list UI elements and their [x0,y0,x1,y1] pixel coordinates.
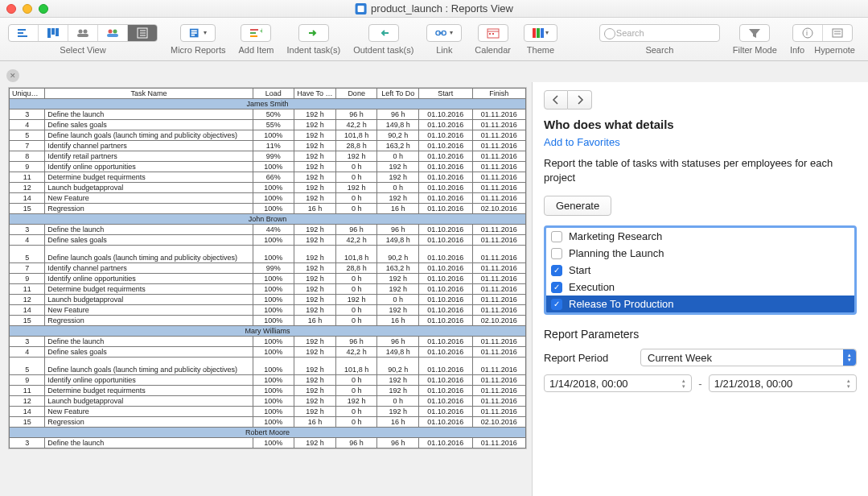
hypernote-button[interactable] [823,25,852,41]
category-item[interactable]: Start [546,262,854,279]
table-row[interactable]: 12Launch budgetapproval100%192 h192 h0 h… [10,396,526,407]
col-start[interactable]: Start [419,89,472,99]
search-label: Search [645,45,673,55]
outdent-label: Outdent task(s) [353,45,413,55]
group-header[interactable]: Robert Moore [10,428,526,438]
table-row[interactable]: 9Identify online opportunities100%192 h0… [10,274,526,284]
date-to-input[interactable]: 1/21/2018, 00:00 ▴▾ [709,374,857,392]
filter-mode-button[interactable] [739,24,770,42]
col-finish[interactable]: Finish [472,89,526,99]
table-row[interactable]: 14New Feature100%192 h0 h192 h01.10.2016… [10,305,526,316]
group-header[interactable]: James Smith [10,99,526,110]
table-row[interactable]: 7Identify channel partners11%192 h28,8 h… [10,141,526,151]
table-row[interactable]: 8Identify retail partners99%192 h192 h0 … [10,151,526,162]
nav-prev-button[interactable] [544,90,568,110]
micro-reports-label: Micro Reports [171,45,225,55]
category-list: Marketing ResearchPlanning the LaunchSta… [544,225,857,315]
checkbox[interactable] [551,299,562,310]
group-header[interactable]: John Brown [10,214,526,225]
indent-label: Indent task(s) [287,45,341,55]
col-uid[interactable]: Unique ID [10,89,45,99]
table-row[interactable]: 11Determine budget requirments100%192 h0… [10,284,526,295]
svg-rect-8 [77,34,88,37]
table-row[interactable]: 5Define launch goals (launch timing and … [10,246,526,263]
view-board-button[interactable] [39,25,68,41]
table-row[interactable]: 5Define launch goals (launch timing and … [10,130,526,141]
maximize-window-button[interactable] [39,4,48,14]
minimize-window-button[interactable] [23,4,32,14]
close-hint-button[interactable] [6,69,19,82]
select-view-segmented[interactable] [8,24,158,42]
table-row[interactable]: 12Launch budgetapproval100%192 h192 h0 h… [10,295,526,305]
view-gantt-button[interactable] [9,25,39,41]
category-item[interactable]: Execution [546,279,854,296]
col-done[interactable]: Done [335,89,377,99]
table-row[interactable]: 11Determine budget requirments100%192 h0… [10,386,526,396]
date-range-dash: - [698,378,701,390]
category-item[interactable]: Marketing Research [546,228,854,245]
date-from-input[interactable]: 1/14/2018, 00:00 ▴▾ [544,374,692,392]
calendar-button[interactable] [478,24,508,42]
col-have[interactable]: Have To Do [294,89,336,99]
table-row[interactable]: 4Define sales goals100%192 h42,2 h149,8 … [10,347,526,358]
category-label: Execution [569,281,615,293]
table-row[interactable]: 14New Feature100%192 h0 h192 h01.10.2016… [10,407,526,417]
info-button[interactable]: i [793,25,823,41]
generate-button[interactable]: Generate [544,196,611,216]
view-team-button[interactable] [68,25,98,41]
add-item-button[interactable]: + [241,24,271,42]
col-name[interactable]: Task Name [45,89,253,99]
report-pane: Unique ID Task Name Load Have To Do Done… [0,82,532,496]
category-item[interactable]: Planning the Launch [546,245,854,262]
indent-button[interactable] [298,24,329,42]
stepper-icon[interactable]: ▴▾ [678,377,689,390]
svg-point-7 [84,29,88,33]
checkbox[interactable] [551,282,562,293]
micro-reports-button[interactable]: ▾ [180,24,216,42]
table-row[interactable]: 4Define sales goals100%192 h42,2 h149,8 … [10,235,526,246]
table-row[interactable]: 7Identify channel partners99%192 h28,8 h… [10,263,526,274]
svg-rect-17 [191,30,197,31]
checkbox[interactable] [551,248,562,259]
col-load[interactable]: Load [253,89,294,99]
table-row[interactable]: 11Determine budget requirments66%192 h0 … [10,172,526,183]
stepper-icon[interactable]: ▴▾ [843,377,854,390]
svg-rect-18 [191,32,197,34]
theme-button[interactable]: ▾ [524,24,557,42]
svg-text:i: i [806,29,808,37]
outdent-button[interactable] [368,24,399,42]
table-row[interactable]: 15Regression100%16 h0 h16 h01.10.201602.… [10,417,526,428]
table-row[interactable]: 3Define the launch100%192 h96 h96 h01.10… [10,337,526,347]
select-view-label: Select View [60,45,105,55]
table-row[interactable]: 5Define launch goals (launch timing and … [10,358,526,375]
svg-rect-20 [250,29,258,31]
view-people-button[interactable] [98,25,128,41]
table-row[interactable]: 9Identify online opportunities100%192 h0… [10,162,526,172]
table-row[interactable]: 12Launch budgetapproval100%192 h192 h0 h… [10,183,526,193]
col-left[interactable]: Left To Do [377,89,419,99]
add-favorites-link[interactable]: Add to Favorites [544,136,857,148]
theme-label: Theme [527,45,554,55]
category-item[interactable]: Release To Production [546,296,854,312]
table-row[interactable]: 4Define sales goals55%192 h42,2 h149,8 h… [10,120,526,130]
table-row[interactable]: 15Regression100%16 h0 h16 h01.10.201602.… [10,204,526,214]
svg-rect-29 [489,33,491,35]
view-reports-button[interactable] [128,25,157,41]
checkbox[interactable] [551,265,562,276]
report-period-select[interactable]: Current Week [640,349,857,366]
checkbox[interactable] [551,231,562,242]
link-button[interactable]: ▾ [426,24,462,42]
table-row[interactable]: 3Define the launch50%192 h96 h96 h01.10.… [10,110,526,120]
table-row[interactable]: 3Define the launch100%192 h96 h96 h01.10… [10,438,526,448]
close-window-button[interactable] [6,4,16,14]
group-header[interactable]: Mary Williams [10,326,526,337]
svg-rect-30 [492,33,494,35]
table-row[interactable]: 14New Feature100%192 h0 h192 h01.10.2016… [10,193,526,204]
table-row[interactable]: 15Regression100%16 h0 h16 h01.10.201602.… [10,316,526,326]
table-row[interactable]: 9Identify online opportunities100%192 h0… [10,375,526,386]
toolbar: Select View ▾ Micro Reports + Add Item I… [0,18,868,61]
nav-next-button[interactable] [568,90,592,110]
table-row[interactable]: 3Define the launch44%192 h96 h96 h01.10.… [10,225,526,235]
search-input[interactable]: Search [599,24,720,42]
svg-rect-1 [18,32,23,34]
